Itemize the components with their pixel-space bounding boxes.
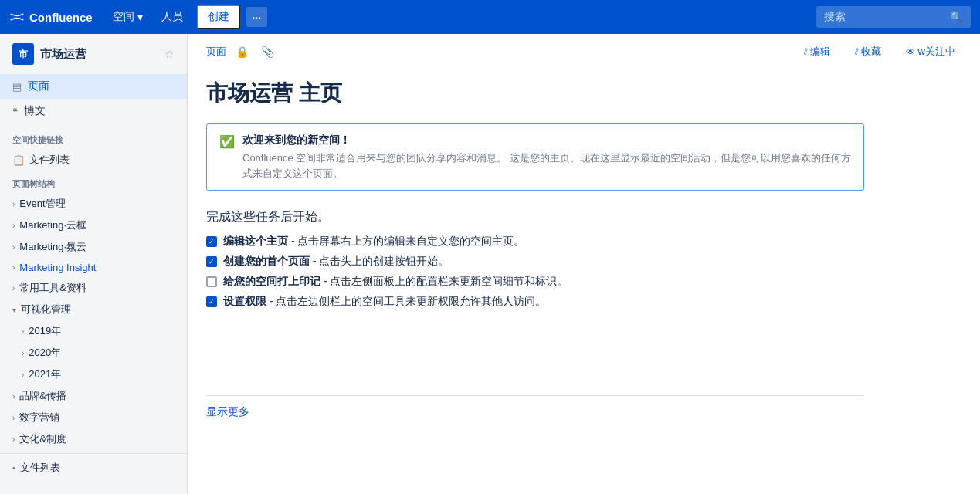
tree-item-visualization[interactable]: 可视化管理 [0, 299, 187, 320]
chevron-right-icon [12, 435, 15, 444]
pages-label: 页面 [28, 80, 49, 93]
sidebar: 市 市场运营 ☆ ▤ 页面 ❝ 博文 空间快捷链接 📋 文件列表 页面树结构 E… [0, 34, 188, 494]
show-more-section: 显示更多 [206, 395, 864, 419]
page-actions: ℓ 编辑 ℓ 收藏 👁 w关注中 [798, 42, 961, 62]
file-list-bottom-label: 文件列表 [20, 461, 60, 475]
tree-label: Marketing Insight [19, 262, 96, 273]
spaces-chevron-icon [137, 11, 143, 23]
attachment-icon[interactable]: 📎 [258, 44, 277, 59]
task-name-3: 给您的空间打上印记 [223, 275, 320, 287]
pages-icon: ▤ [12, 81, 22, 93]
blog-icon: ❝ [12, 106, 18, 117]
chevron-right-icon [12, 222, 15, 230]
chevron-right-icon [12, 284, 15, 293]
chevron-right-icon [22, 327, 24, 336]
chevron-right-icon [12, 392, 15, 401]
bookmark-label: 收藏 [861, 45, 881, 59]
tree-label: 常用工具&资料 [19, 281, 86, 295]
task-detail-3: - 点击左侧面板上的配置栏来更新空间细节和标识。 [324, 275, 568, 287]
edit-button[interactable]: ℓ 编辑 [798, 42, 836, 62]
bookmark-button[interactable]: ℓ 收藏 [849, 42, 887, 62]
info-banner: ✅ 欢迎来到您的新空间！ Confluence 空间非常适合用来与您的团队分享内… [206, 124, 864, 191]
logo-text: Confluence [29, 11, 93, 24]
task-text-2: 创建您的首个页面 - 点击头上的创建按钮开始。 [223, 255, 449, 269]
tree-item-2020[interactable]: 2020年 [0, 342, 187, 364]
tree-label: 2019年 [29, 324, 61, 338]
sidebar-item-pages[interactable]: ▤ 页面 [0, 74, 187, 99]
quick-links-title: 空间快捷链接 [0, 127, 187, 149]
tree-label: 数字营销 [19, 411, 59, 425]
file-list-icon: 📋 [12, 154, 25, 166]
tasks-intro: 完成这些任务后开始。 [206, 209, 864, 225]
edit-label: 编辑 [810, 45, 830, 59]
toolbar-icons: 🔒 📎 [232, 44, 277, 59]
tree-item-2021[interactable]: 2021年 [0, 364, 187, 385]
tree-item-marketing-fengyun[interactable]: Marketing·氛云 [0, 236, 187, 258]
tree-item-event[interactable]: Event管理 [0, 193, 187, 215]
follow-button[interactable]: 👁 w关注中 [900, 42, 961, 62]
tree-item-marketing-cloud[interactable]: Marketing·云框 [0, 215, 187, 236]
sidebar-bottom-file-list[interactable]: • 文件列表 [0, 457, 187, 479]
star-space-button[interactable]: ☆ [164, 48, 175, 60]
chevron-right-icon [22, 370, 24, 379]
blog-label: 博文 [24, 104, 46, 118]
bookmark-icon: ℓ [855, 46, 858, 57]
follow-label: w关注中 [918, 45, 955, 59]
space-title: 市场运营 [40, 47, 86, 62]
nav-people[interactable]: 人员 [154, 7, 191, 27]
task-list: 编辑这个主页 - 点击屏幕右上方的编辑来自定义您的空间主页。 创建您的首个页面 … [206, 235, 864, 309]
spaces-label: 空间 [113, 10, 134, 24]
task-checkbox-2[interactable] [206, 256, 217, 267]
tree-item-digital[interactable]: 数字营销 [0, 407, 187, 428]
sidebar-item-blog[interactable]: ❝ 博文 [0, 99, 187, 124]
chevron-right-icon [12, 243, 15, 252]
task-item-1: 编辑这个主页 - 点击屏幕右上方的编辑来自定义您的空间主页。 [206, 235, 864, 249]
show-more-button[interactable]: 显示更多 [206, 405, 249, 419]
tree-label: Marketing·云框 [19, 218, 86, 232]
search-icon: 🔍 [950, 11, 963, 23]
task-item-3: 给您的空间打上印记 - 点击左侧面板上的配置栏来更新空间细节和标识。 [206, 275, 864, 289]
tree-label: Event管理 [19, 197, 65, 211]
file-list-label: 文件列表 [29, 153, 70, 167]
tree-item-marketing-insight[interactable]: Marketing Insight [0, 258, 187, 277]
tree-item-common-tools[interactable]: 常用工具&资料 [0, 277, 187, 299]
task-checkbox-3[interactable] [206, 276, 217, 287]
eye-icon: 👁 [906, 46, 915, 57]
task-checkbox-4[interactable] [206, 296, 217, 307]
main-nav-items: 空间 人员 [105, 7, 191, 27]
tree-item-brand[interactable]: 品牌&传播 [0, 385, 187, 407]
tree-item-culture[interactable]: 文化&制度 [0, 428, 187, 450]
chevron-right-icon [12, 263, 15, 272]
chevron-right-icon [12, 200, 15, 208]
task-text-4: 设置权限 - 点击左边侧栏上的空间工具来更新权限允许其他人访问。 [223, 295, 546, 309]
breadcrumb-pages[interactable]: 页面 [206, 45, 226, 59]
edit-icon: ℓ [804, 46, 807, 57]
more-button[interactable]: ··· [246, 7, 268, 27]
page-toolbar: 页面 🔒 📎 ℓ 编辑 ℓ 收藏 👁 w关注中 [188, 34, 980, 66]
tree-label: 2021年 [29, 367, 61, 381]
page-title: 市场运营 主页 [206, 79, 864, 108]
space-logo: 市 [12, 43, 34, 65]
tree-label: 文化&制度 [19, 432, 66, 446]
tree-item-2019[interactable]: 2019年 [0, 320, 187, 342]
tree-label: 可视化管理 [21, 303, 71, 316]
sidebar-divider [0, 453, 187, 454]
lock-icon[interactable]: 🔒 [232, 44, 252, 59]
create-button[interactable]: 创建 [197, 5, 240, 29]
sidebar-header: 市 市场运营 ☆ [0, 34, 187, 71]
nav-spaces[interactable]: 空间 [105, 7, 151, 27]
task-name-1: 编辑这个主页 [223, 235, 288, 247]
sidebar-file-list-link[interactable]: 📋 文件列表 [0, 149, 187, 171]
search-box[interactable]: 搜索 🔍 [816, 6, 971, 28]
banner-title: 欢迎来到您的新空间！ [242, 134, 851, 147]
chevron-right-icon [12, 414, 15, 422]
task-name-4: 设置权限 [223, 295, 266, 307]
task-item-4: 设置权限 - 点击左边侧栏上的空间工具来更新权限允许其他人访问。 [206, 295, 864, 309]
task-name-2: 创建您的首个页面 [223, 255, 310, 267]
confluence-logo[interactable]: Confluence [9, 9, 93, 25]
chevron-right-icon [22, 349, 24, 357]
task-text-1: 编辑这个主页 - 点击屏幕右上方的编辑来自定义您的空间主页。 [223, 235, 524, 249]
task-detail-4: - 点击左边侧栏上的空间工具来更新权限允许其他人访问。 [270, 295, 547, 307]
dot-icon: • [12, 463, 15, 472]
task-checkbox-1[interactable] [206, 236, 217, 247]
